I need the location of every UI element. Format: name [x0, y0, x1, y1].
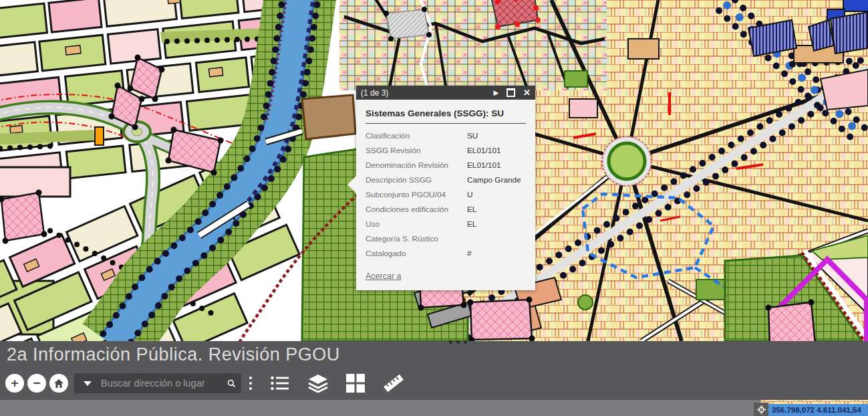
- basemap-grid-icon: [346, 374, 365, 393]
- more-tools-kebab-icon[interactable]: [249, 377, 252, 390]
- brown-area: [302, 95, 355, 139]
- search-box: [74, 373, 241, 393]
- home-icon: [53, 379, 64, 389]
- toolbar: + −: [5, 373, 414, 393]
- close-icon[interactable]: ✕: [523, 88, 531, 98]
- table-row: Subconjunto PGOU/04U: [366, 187, 526, 202]
- roundabout: [602, 136, 652, 186]
- table-row: Denominación RevisiónEL01/101: [366, 158, 526, 173]
- app-title: 2a Información Pública. Revisión PGOU: [7, 344, 340, 365]
- orange-parcel: [95, 127, 104, 145]
- table-row: ClasificaciónSU: [366, 128, 526, 143]
- table-row: Catalogado#: [366, 246, 526, 261]
- search-source-caret-icon[interactable]: [84, 381, 92, 386]
- zoom-out-button[interactable]: −: [27, 374, 46, 393]
- feature-popup: (1 de 3) ▶ ✕ Sistemas Generales (SSGG): …: [356, 86, 535, 290]
- coordinate-widget: 356.798,072 4.611.041,54: [754, 403, 868, 416]
- popup-title: Sistemas Generales (SSGG): SU: [366, 107, 526, 123]
- table-row: Condiciones edificaciónEL: [366, 202, 526, 217]
- ruler-icon: [382, 373, 405, 393]
- coordinate-readout: 356.798,072 4.611.041,54: [768, 404, 868, 416]
- maximize-icon[interactable]: [507, 88, 515, 97]
- table-row: SSGG RevisiónEL01/101: [366, 143, 526, 158]
- attribute-table: ClasificaciónSU SSGG RevisiónEL01/101 De…: [366, 128, 526, 261]
- table-row: UsoEL: [366, 217, 526, 231]
- layers-icon: [307, 374, 329, 393]
- popup-pager: (1 de 3): [361, 88, 388, 98]
- legend-button[interactable]: [270, 375, 290, 392]
- table-row: Descripción SSGGCampo Grande: [366, 173, 526, 187]
- attribution-strip: [0, 400, 760, 416]
- crosshair-icon[interactable]: [754, 403, 768, 416]
- pink-area: [0, 167, 70, 197]
- gray-hatched-block: [386, 9, 429, 39]
- popup-body: Sistemas Generales (SSGG): SU Clasificac…: [356, 100, 535, 290]
- home-button[interactable]: [49, 374, 68, 393]
- basemap-gallery-button[interactable]: [346, 374, 365, 393]
- measure-button[interactable]: [382, 373, 405, 393]
- search-icon[interactable]: [227, 378, 236, 389]
- zoom-to-link[interactable]: Acercar a: [366, 272, 402, 281]
- bottom-bar: 2a Información Pública. Revisión PGOU + …: [0, 341, 868, 400]
- zoom-in-button[interactable]: +: [5, 374, 24, 393]
- layers-button[interactable]: [307, 374, 329, 393]
- divider: [366, 123, 526, 124]
- legend-icon: [270, 375, 290, 392]
- next-feature-icon[interactable]: ▶: [493, 89, 498, 96]
- popup-pointer: [347, 176, 356, 193]
- popup-header[interactable]: (1 de 3) ▶ ✕: [356, 86, 535, 100]
- table-row: Categoría S. Rústico: [366, 231, 526, 246]
- search-input[interactable]: [100, 377, 227, 389]
- bar-drag-handle[interactable]: [449, 340, 467, 344]
